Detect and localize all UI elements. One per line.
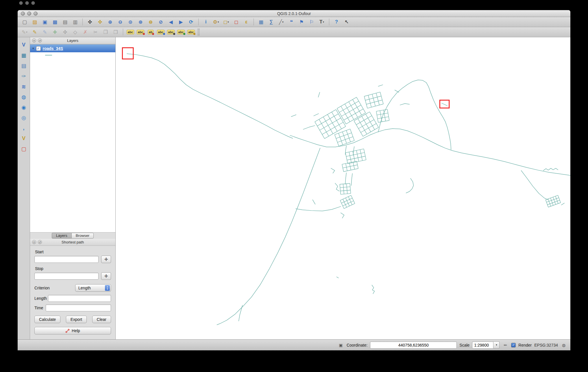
northeast-marker-box xyxy=(440,100,449,108)
add-mssql-layer-button[interactable]: ≋ xyxy=(19,82,29,91)
zoom-native-button[interactable]: ⊙ xyxy=(126,18,135,26)
text-annotation-button[interactable]: T▾ xyxy=(317,18,326,26)
start-input[interactable] xyxy=(34,256,99,263)
add-vector-layer-button[interactable]: V xyxy=(19,41,29,49)
toggle-editing-button[interactable]: ✎ xyxy=(30,28,39,36)
stop-pick-button[interactable]: ✛ xyxy=(101,272,111,280)
tab-layers[interactable]: Layers xyxy=(52,233,71,239)
export-button[interactable]: Export xyxy=(66,316,87,323)
stop-input[interactable] xyxy=(34,273,99,280)
pin-unpin-labels-button[interactable]: ab xyxy=(146,28,155,36)
move-label-accent-dot xyxy=(173,33,175,35)
highlight-labels-button[interactable]: abc xyxy=(156,28,165,36)
road-line xyxy=(303,126,315,129)
select-features-button[interactable]: ◻▾ xyxy=(221,18,231,26)
map-tips-button[interactable]: ❝ xyxy=(287,18,296,26)
scale-input[interactable] xyxy=(472,341,493,349)
add-raster-layer-button[interactable]: ▦ xyxy=(19,51,29,59)
help-contents-button[interactable]: ? xyxy=(332,18,341,26)
toolbar-grip[interactable] xyxy=(198,29,199,36)
add-spatialite-layer-button[interactable]: ✑ xyxy=(19,72,29,80)
close-window-button[interactable] xyxy=(21,12,25,16)
change-label-button[interactable]: abc xyxy=(186,28,196,36)
measure-line-button[interactable]: ╱▾ xyxy=(277,18,286,26)
open-project-button[interactable]: ▨ xyxy=(30,18,39,26)
add-delimited-text-layer-button[interactable]: , xyxy=(19,124,29,132)
start-label: Start xyxy=(35,250,111,254)
save-project-button[interactable]: ▣ xyxy=(40,18,49,26)
layers-panel-detach-button[interactable]: ↗ xyxy=(38,38,42,42)
new-shapefile-layer-button[interactable]: V xyxy=(19,134,29,143)
zoom-window-button[interactable] xyxy=(34,12,38,16)
title-bar[interactable]: QGIS 2.0.1-Dufour xyxy=(18,10,570,17)
length-input[interactable] xyxy=(48,295,111,302)
map-canvas[interactable] xyxy=(116,37,570,339)
select-by-expression-button[interactable]: ε xyxy=(242,18,251,26)
whats-this-button[interactable]: ↖ xyxy=(342,18,351,26)
shortest-path-close-button[interactable]: × xyxy=(32,240,36,244)
start-pick-button[interactable]: ✛ xyxy=(101,256,111,263)
pan-to-selection-button[interactable]: ✜ xyxy=(95,18,105,26)
layers-panel-close-button[interactable]: × xyxy=(32,38,36,42)
new-print-composer-button[interactable]: ▤ xyxy=(60,18,70,26)
help-button[interactable]: Help xyxy=(34,327,111,334)
expander-icon[interactable]: ▾ xyxy=(32,46,34,50)
paste-features-icon: ❒ xyxy=(113,29,118,35)
stop-label: Stop xyxy=(35,266,111,271)
time-input[interactable] xyxy=(46,304,111,311)
save-project-as-button[interactable]: ▩ xyxy=(50,18,60,26)
road-line xyxy=(406,178,414,193)
field-calculator-button[interactable]: ∑ xyxy=(267,18,276,26)
layers-list[interactable]: ▾ ✓ roads_34S xyxy=(30,44,115,232)
zoom-next-button[interactable]: ▶ xyxy=(176,18,186,26)
layer-visibility-checkbox[interactable]: ✓ xyxy=(36,46,41,51)
add-wfs-layer-button[interactable]: ◎ xyxy=(19,114,29,122)
new-spatialite-layer-button[interactable]: ▢ xyxy=(19,145,29,153)
calculate-button[interactable]: Calculate xyxy=(34,316,60,323)
pan-map-button[interactable]: ✜ xyxy=(85,18,95,26)
toggle-editing-icon: ✎ xyxy=(33,29,37,35)
composer-manager-button[interactable]: ▥ xyxy=(71,18,80,26)
scale-combo[interactable]: ▼ xyxy=(472,341,500,349)
new-bookmark-button[interactable]: ⚑ xyxy=(297,18,306,26)
scale-dropdown-button[interactable]: ▼ xyxy=(493,341,500,349)
shortest-path-detach-button[interactable]: ↗ xyxy=(38,240,42,244)
pin-unpin-labels-accent-dot xyxy=(152,33,154,35)
render-checkbox[interactable]: ✓ xyxy=(511,343,516,347)
zoom-to-selection-button[interactable]: ⊜ xyxy=(146,18,155,26)
label-properties-button[interactable]: abc xyxy=(136,28,145,36)
show-bookmarks-button[interactable]: ⚐ xyxy=(307,18,316,26)
current-edits-icon: ✎ xyxy=(22,29,26,35)
open-attribute-table-button[interactable]: ▦ xyxy=(256,18,266,26)
layer-labeling-options-button[interactable]: abc xyxy=(126,28,135,36)
mouse-position-icon[interactable]: ▣ xyxy=(338,342,344,348)
zoom-full-button[interactable]: ⊛ xyxy=(136,18,145,26)
zoom-last-button[interactable]: ◀ xyxy=(166,18,175,26)
identify-features-button[interactable]: i xyxy=(201,18,210,26)
deselect-features-button[interactable]: ◻ xyxy=(232,18,241,26)
clear-button[interactable]: Clear xyxy=(92,316,111,323)
refresh-map-button[interactable]: ⟳ xyxy=(186,18,196,26)
road-line xyxy=(351,174,352,185)
new-project-button[interactable]: ▢ xyxy=(20,18,29,26)
zoom-to-layer-button[interactable]: ⊘ xyxy=(156,18,165,26)
crs-status-icon[interactable]: ◍ xyxy=(561,342,567,348)
delete-selected-icon: ✗ xyxy=(83,29,87,35)
add-spatialite-layer-icon: ✑ xyxy=(21,73,26,79)
layer-row-roads-34s[interactable]: ▾ ✓ roads_34S xyxy=(30,44,115,52)
open-attribute-table-icon: ▦ xyxy=(259,19,263,25)
zoom-in-button[interactable]: ⊕ xyxy=(106,18,115,26)
criterion-select[interactable]: Length ▲▼ xyxy=(75,284,111,292)
minimize-window-button[interactable] xyxy=(27,12,31,16)
stop-rendering-icon[interactable]: ✏ xyxy=(502,342,509,348)
tab-browser[interactable]: Browser xyxy=(71,233,94,239)
coordinate-input[interactable] xyxy=(370,341,457,349)
zoom-out-button[interactable]: ⊖ xyxy=(116,18,125,26)
run-feature-action-button[interactable]: ⚙▾ xyxy=(211,18,221,26)
move-label-button[interactable]: abc xyxy=(166,28,175,36)
add-wcs-layer-button[interactable]: ◉ xyxy=(19,103,29,111)
rotate-label-button[interactable]: abc xyxy=(176,28,186,36)
add-postgis-layer-button[interactable]: ▤ xyxy=(19,62,29,70)
whats-this-icon: ↖ xyxy=(345,19,349,25)
add-wms-layer-button[interactable]: ◍ xyxy=(19,93,29,101)
